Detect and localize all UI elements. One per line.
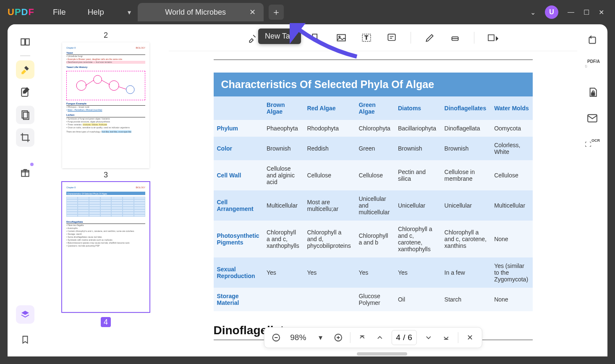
- tab-list-dropdown[interactable]: ▾: [123, 6, 135, 18]
- tab-title: World of Microbes: [144, 8, 248, 17]
- eraser-icon[interactable]: [449, 31, 461, 44]
- thumbnail-page-3[interactable]: Chapter 8BIOLOGY Yeast • Unicellular fun…: [62, 42, 149, 168]
- thumb-number-3: 3: [55, 171, 156, 179]
- table-row: Cell Arrangement MulticellularMost are m…: [214, 190, 533, 221]
- annotation-toolbar: T: [169, 24, 577, 51]
- crop-tool-icon[interactable]: [16, 128, 34, 147]
- close-window-button[interactable]: ✕: [599, 8, 604, 16]
- table-row: Sexual Reproduction YesYesYesYesIn a few…: [214, 257, 533, 288]
- lock-icon[interactable]: [585, 85, 600, 100]
- image-icon[interactable]: [335, 31, 348, 44]
- table-title: Characteristics Of Selected Phyla Of Alg…: [214, 73, 533, 96]
- close-paging-button[interactable]: ✕: [464, 332, 476, 343]
- svg-rect-9: [337, 34, 345, 41]
- pages-tool-icon[interactable]: [16, 106, 34, 124]
- svg-text:T: T: [365, 34, 368, 41]
- notification-dot: [30, 163, 34, 166]
- svg-rect-18: [589, 37, 595, 43]
- separator: [350, 332, 350, 343]
- svg-rect-13: [388, 34, 395, 40]
- thumb-number-4: 4: [101, 317, 111, 327]
- thumb-number-2: 2: [55, 31, 156, 40]
- layers-icon[interactable]: [16, 305, 34, 324]
- new-tab-button[interactable]: ＋: [269, 5, 284, 20]
- menu-file[interactable]: File: [42, 8, 77, 17]
- prev-page-button[interactable]: [374, 332, 385, 343]
- right-rail: PDF/A OCR: [577, 24, 607, 356]
- tab-area: ▾ World of Microbes ✕ ＋: [123, 3, 284, 21]
- svg-point-5: [94, 75, 102, 83]
- svg-rect-19: [591, 93, 595, 96]
- table-row: Phylum PhaeophytaRhodophytaChlorophytaBa…: [214, 120, 533, 137]
- table-row: Cell Wall Cellulose and alginic acidCell…: [214, 160, 533, 190]
- reader-mode-icon[interactable]: [16, 33, 34, 51]
- document-area: T Characteristics Of Selected Phyla Of A…: [169, 24, 577, 356]
- pencil-icon[interactable]: [424, 31, 436, 44]
- text-icon[interactable]: T: [360, 31, 373, 44]
- page-input[interactable]: 4 / 6: [391, 330, 416, 345]
- thumbnail-panel[interactable]: 2 Chapter 8BIOLOGY Yeast • Unicellular f…: [43, 24, 169, 356]
- zoom-in-button[interactable]: [332, 332, 344, 343]
- gift-icon[interactable]: [16, 164, 34, 182]
- rotate-icon[interactable]: [585, 33, 600, 48]
- close-icon[interactable]: ✕: [248, 8, 258, 17]
- chevron-down-icon[interactable]: ⌄: [530, 8, 536, 16]
- svg-point-6: [109, 81, 119, 90]
- separator: [474, 32, 474, 44]
- highlighter-icon[interactable]: [246, 31, 259, 44]
- bookmark-icon[interactable]: [16, 330, 34, 349]
- note-icon[interactable]: [385, 31, 398, 44]
- ocr-icon[interactable]: OCR: [585, 137, 600, 152]
- paging-bar: 98% ▾ 4 / 6 ✕: [264, 327, 482, 348]
- window-controls: ⌄ U ― ☐ ✕: [530, 5, 615, 19]
- separator: [411, 32, 411, 44]
- table-row: Color BrownishReddishGreenBrownishBrowni…: [214, 137, 533, 160]
- table-header-row: Brown Algae Red Algae Green Algae Diatom…: [214, 96, 533, 120]
- divider: [20, 55, 30, 56]
- workspace: 2 Chapter 8BIOLOGY Yeast • Unicellular f…: [8, 24, 607, 356]
- first-page-button[interactable]: [356, 332, 368, 343]
- last-page-button[interactable]: [440, 332, 452, 343]
- maximize-button[interactable]: ☐: [584, 8, 589, 16]
- zoom-out-button[interactable]: [270, 332, 282, 343]
- svg-point-7: [126, 86, 134, 94]
- app-logo: UPDF: [0, 7, 42, 18]
- pdfa-icon[interactable]: PDF/A: [585, 59, 600, 74]
- algae-table: Characteristics Of Selected Phyla Of Alg…: [214, 73, 533, 311]
- thumbnail-page-4[interactable]: Chapter 8BIOLOGY Characteristics Of Sele…: [62, 182, 149, 312]
- mail-icon[interactable]: [585, 111, 600, 126]
- document-viewport[interactable]: Characteristics Of Selected Phyla Of Alg…: [169, 51, 577, 356]
- svg-point-4: [76, 81, 86, 90]
- textselect-icon[interactable]: [310, 31, 322, 44]
- separator: [458, 332, 458, 343]
- table-row: Photosynthetic Pigments Chlorophyll a an…: [214, 221, 533, 257]
- left-rail: [8, 24, 43, 356]
- table-row: Storage Material Glucose PolymerOilStarc…: [214, 288, 533, 311]
- zoom-dropdown[interactable]: ▾: [314, 332, 326, 343]
- svg-rect-8: [312, 34, 317, 39]
- minimize-button[interactable]: ―: [568, 8, 574, 16]
- tab-active[interactable]: World of Microbes ✕: [138, 3, 264, 21]
- tooltip-new-tab: New Tab: [258, 29, 301, 44]
- menu-help[interactable]: Help: [77, 8, 115, 17]
- edit-tool-icon[interactable]: [16, 83, 34, 101]
- next-page-button[interactable]: [423, 332, 434, 343]
- zoom-level: 98%: [288, 333, 309, 342]
- svg-rect-15: [488, 35, 494, 41]
- titlebar: UPDF File Help ▾ World of Microbes ✕ ＋ ⌄…: [0, 0, 615, 24]
- page-content: Characteristics Of Selected Phyla Of Alg…: [214, 60, 533, 340]
- highlighter-tool-icon[interactable]: [16, 60, 34, 79]
- page-rule: [214, 60, 533, 60]
- avatar[interactable]: U: [545, 5, 558, 19]
- horizontal-scrollbar[interactable]: [357, 352, 407, 356]
- shape-icon[interactable]: [487, 31, 500, 44]
